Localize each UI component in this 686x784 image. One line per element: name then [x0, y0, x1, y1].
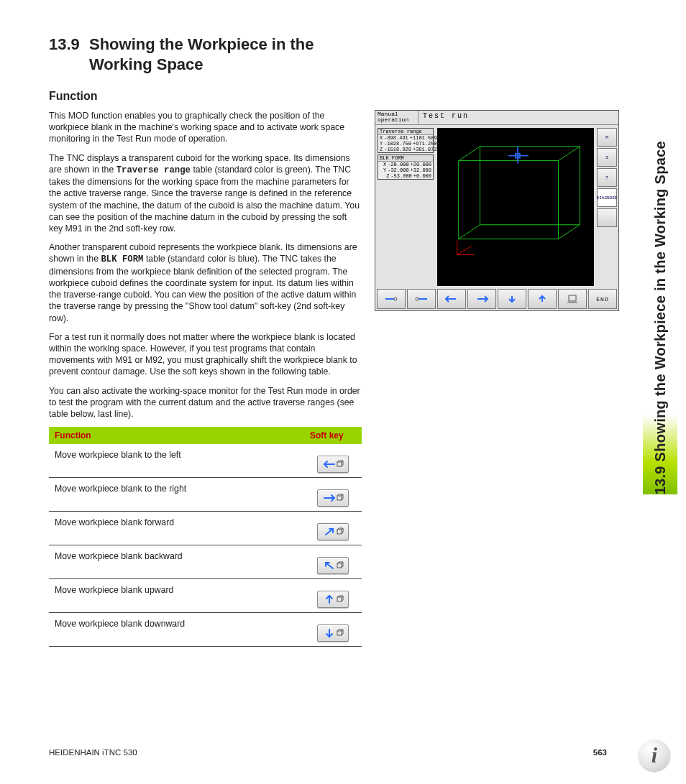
softkey-right-icon[interactable] — [317, 489, 349, 507]
page: 13.9 Showing the Workpiece in the Workin… — [0, 0, 686, 784]
softkey-back-icon[interactable] — [317, 557, 349, 574]
softkey-left-icon[interactable] — [317, 456, 349, 473]
cell-function: Move workpiece blank downward — [49, 613, 304, 647]
svg-rect-35 — [337, 631, 342, 635]
data-row: Z-1518.928+381.072 — [378, 147, 433, 152]
svg-line-43 — [558, 147, 580, 161]
data-row: X-20.000+20.000 — [378, 162, 433, 167]
shot-right-btn-2[interactable]: T — [597, 168, 617, 187]
tnc-screenshot: Manual operation Test run Traverse range… — [375, 110, 619, 311]
svg-rect-28 — [337, 597, 342, 601]
shot-right-btn-1[interactable]: S — [597, 148, 617, 167]
svg-point-54 — [394, 298, 397, 300]
section-number: 13.9 — [49, 34, 89, 55]
section-heading: Showing the Workpiece in the Working Spa… — [89, 34, 362, 74]
softkey-up-icon[interactable] — [317, 591, 349, 608]
left-column: This MOD function enables you to graphic… — [49, 110, 362, 647]
subheading-function: Function — [49, 90, 628, 103]
info-icon: i — [639, 739, 670, 771]
side-tab: 13.9 Showing the Workpiece in the Workin… — [643, 34, 677, 494]
shot-sk-3[interactable] — [437, 289, 466, 309]
mono-traverse-range: Traverse range — [116, 165, 191, 175]
section-title: 13.9Showing the Workpiece in the Working… — [49, 34, 628, 74]
svg-line-50 — [457, 246, 472, 255]
svg-rect-14 — [337, 530, 342, 534]
th-softkey: Soft key — [304, 427, 362, 444]
shot-right-softkeys: MSTDIAGNOSE — [597, 128, 617, 286]
panel-traverse: Traverse range X-898.491+1101.509Y-1028.… — [378, 128, 434, 153]
function-table: Function Soft key Move workpiece blank t… — [49, 427, 362, 647]
data-row: Y-32.000+32.000 — [378, 167, 433, 173]
shot-bottom-softkeys: END — [377, 289, 617, 309]
shot-sk-1[interactable] — [377, 289, 406, 309]
data-row: X-898.491+1101.509 — [378, 135, 433, 141]
shot-right-btn-0[interactable]: M — [597, 128, 617, 147]
cell-function: Move workpiece blank forward — [49, 512, 304, 545]
shot-mode: Manual operation — [375, 111, 419, 125]
cell-softkey — [304, 613, 362, 647]
table-row: Move workpiece blank forward — [49, 512, 362, 545]
table-row: Move workpiece blank backward — [49, 545, 362, 579]
shot-right-btn-3[interactable]: DIAGNOSE — [597, 188, 617, 207]
mono-blk-form: BLK FORM — [101, 254, 143, 264]
cell-softkey — [304, 444, 362, 478]
cell-function: Move workpiece blank to the left — [49, 444, 304, 478]
table-row: Move workpiece blank upward — [49, 579, 362, 613]
svg-point-56 — [416, 298, 419, 300]
svg-line-42 — [459, 147, 480, 161]
paragraph-1: This MOD function enables you to graphic… — [49, 110, 362, 145]
cell-softkey — [304, 579, 362, 613]
svg-rect-59 — [569, 295, 576, 301]
svg-line-27 — [326, 563, 333, 568]
paragraph-4: For a test run it normally does not matt… — [49, 331, 362, 378]
svg-line-44 — [459, 225, 480, 239]
shot-sk-2[interactable] — [407, 289, 436, 309]
th-function: Function — [49, 427, 304, 444]
data-row: Y-1028.750+971.250 — [378, 141, 433, 147]
softkey-fwd-icon[interactable] — [317, 523, 349, 540]
svg-rect-0 — [337, 462, 342, 466]
shot-title: Test run — [419, 111, 618, 125]
paragraph-5: You can also activate the working-space … — [49, 385, 362, 420]
cell-softkey — [304, 478, 362, 512]
paragraph-2: The TNC displays a transparent cuboid fo… — [49, 152, 362, 235]
cell-softkey — [304, 512, 362, 545]
shot-sk-6[interactable] — [528, 289, 557, 309]
shot-right-btn-4[interactable] — [597, 208, 617, 227]
shot-sk-5[interactable] — [498, 289, 526, 309]
cell-function: Move workpiece blank to the right — [49, 478, 304, 512]
table-row: Move workpiece blank to the left — [49, 444, 362, 478]
side-tab-text: 13.9 Showing the Workpiece in the Workin… — [652, 141, 669, 494]
cell-function: Move workpiece blank upward — [49, 579, 304, 613]
shot-sk-4[interactable] — [467, 289, 496, 309]
softkey-down-icon[interactable] — [317, 624, 349, 642]
graphics-viewport — [437, 128, 594, 286]
svg-rect-21 — [337, 563, 342, 568]
footer-product: HEIDENHAIN iTNC 530 — [49, 748, 137, 757]
data-row: Z-53.000+0.000 — [378, 173, 433, 179]
page-footer: HEIDENHAIN iTNC 530 563 — [49, 748, 607, 757]
svg-line-20 — [326, 529, 333, 535]
table-row: Move workpiece blank to the right — [49, 478, 362, 512]
paragraph-3: Another transparent cuboid represents th… — [49, 241, 362, 324]
footer-page-number: 563 — [593, 748, 607, 757]
shot-sk-7[interactable] — [558, 289, 587, 309]
cell-function: Move workpiece blank backward — [49, 545, 304, 579]
right-column: Manual operation Test run Traverse range… — [375, 110, 619, 647]
shot-sk-end[interactable]: END — [588, 289, 617, 309]
panel-blkform: BLK FORM X-20.000+20.000Y-32.000+32.000Z… — [378, 155, 434, 180]
table-row: Move workpiece blank downward — [49, 613, 362, 647]
cell-softkey — [304, 545, 362, 579]
svg-rect-7 — [337, 496, 342, 500]
